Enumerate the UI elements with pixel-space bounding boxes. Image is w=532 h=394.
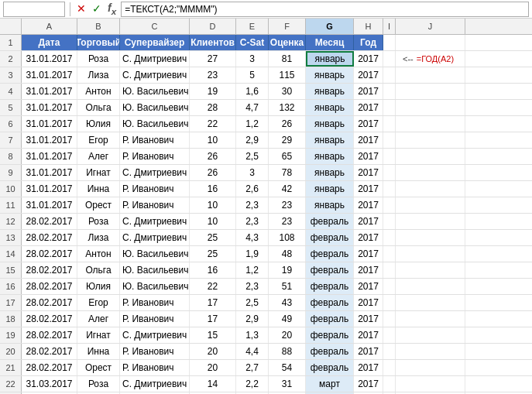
formula-input[interactable] — [121, 2, 529, 17]
cell-E22[interactable]: 2,2 — [236, 376, 269, 392]
cell-F5[interactable]: 132 — [269, 100, 306, 115]
cell-A13[interactable]: 28.02.2017 — [22, 230, 77, 245]
cell-E4[interactable]: 1,6 — [236, 84, 269, 99]
cell-G5[interactable]: январь — [306, 100, 354, 115]
cell-F14[interactable]: 48 — [269, 246, 306, 262]
cell-C15[interactable]: Ю. Васильевич — [120, 262, 190, 278]
cell-G7[interactable]: январь — [306, 132, 354, 148]
cell-B8[interactable]: Алег — [77, 149, 120, 164]
cell-I16[interactable] — [383, 279, 396, 294]
cell-H15[interactable]: 2017 — [354, 262, 383, 278]
cell-G20[interactable]: февраль — [306, 344, 354, 359]
cell-B13[interactable]: Лиза — [77, 230, 120, 245]
header-month[interactable]: Месяц — [306, 35, 354, 50]
cell-J3[interactable] — [396, 67, 465, 83]
cell-I12[interactable] — [383, 214, 396, 229]
cell-H20[interactable]: 2017 — [354, 344, 383, 359]
col-header-d[interactable]: D — [190, 19, 236, 34]
cell-G3[interactable]: январь — [306, 67, 354, 83]
cell-C6[interactable]: Ю. Васильевич — [120, 116, 190, 132]
cell-F13[interactable]: 108 — [269, 230, 306, 245]
col-header-j[interactable]: J — [396, 19, 465, 34]
cell-I20[interactable] — [383, 344, 396, 359]
cell-C14[interactable]: Ю. Васильевич — [120, 246, 190, 262]
cell-H18[interactable]: 2017 — [354, 311, 383, 327]
cell-E12[interactable]: 2,3 — [236, 214, 269, 229]
cell-C17[interactable]: Р. Иванович — [120, 295, 190, 310]
cell-H5[interactable]: 2017 — [354, 100, 383, 115]
cell-C18[interactable]: Р. Иванович — [120, 311, 190, 327]
cell-I22[interactable] — [383, 376, 396, 392]
cell-A12[interactable]: 28.02.2017 — [22, 214, 77, 229]
cell-E9[interactable]: 3 — [236, 165, 269, 180]
cell-A6[interactable]: 31.01.2017 — [22, 116, 77, 132]
cell-A16[interactable]: 28.02.2017 — [22, 279, 77, 294]
cell-H14[interactable]: 2017 — [354, 246, 383, 262]
cell-E18[interactable]: 2,9 — [236, 311, 269, 327]
cell-A7[interactable]: 31.01.2017 — [22, 132, 77, 148]
header-torgoviy[interactable]: Торговый — [77, 35, 120, 50]
cell-E20[interactable]: 4,4 — [236, 344, 269, 359]
cell-A8[interactable]: 31.01.2017 — [22, 149, 77, 164]
cell-D15[interactable]: 16 — [190, 262, 236, 278]
cell-A19[interactable]: 28.02.2017 — [22, 327, 77, 343]
cell-J2[interactable]: <--=ГОД(A2) — [396, 51, 465, 67]
cell-I11[interactable] — [383, 197, 396, 213]
cell-H22[interactable]: 2017 — [354, 376, 383, 392]
cell-G13[interactable]: февраль — [306, 230, 354, 245]
cell-E21[interactable]: 2,7 — [236, 360, 269, 375]
cell-J7[interactable] — [396, 132, 465, 148]
cell-A21[interactable]: 28.02.2017 — [22, 360, 77, 375]
cell-C20[interactable]: Р. Иванович — [120, 344, 190, 359]
cell-J12[interactable] — [396, 214, 465, 229]
cell-H4[interactable]: 2017 — [354, 84, 383, 99]
cell-J18[interactable] — [396, 311, 465, 327]
cell-D10[interactable]: 16 — [190, 181, 236, 197]
cell-G4[interactable]: январь — [306, 84, 354, 99]
cell-G10[interactable]: январь — [306, 181, 354, 197]
cell-C11[interactable]: Р. Иванович — [120, 197, 190, 213]
cell-J9[interactable] — [396, 165, 465, 180]
cell-I9[interactable] — [383, 165, 396, 180]
cell-H6[interactable]: 2017 — [354, 116, 383, 132]
cell-E19[interactable]: 1,3 — [236, 327, 269, 343]
cell-D6[interactable]: 22 — [190, 116, 236, 132]
cell-D11[interactable]: 10 — [190, 197, 236, 213]
cell-J15[interactable] — [396, 262, 465, 278]
cell-I8[interactable] — [383, 149, 396, 164]
cell-C13[interactable]: С. Дмитриевич — [120, 230, 190, 245]
cell-H2[interactable]: 2017 — [354, 51, 383, 67]
cell-H3[interactable]: 2017 — [354, 67, 383, 83]
cell-F16[interactable]: 51 — [269, 279, 306, 294]
cell-D14[interactable]: 25 — [190, 246, 236, 262]
cell-C2[interactable]: С. Дмитриевич — [120, 51, 190, 67]
cell-G6[interactable]: январь — [306, 116, 354, 132]
cell-B11[interactable]: Орест — [77, 197, 120, 213]
cell-A20[interactable]: 28.02.2017 — [22, 344, 77, 359]
cell-G17[interactable]: февраль — [306, 295, 354, 310]
cell-E13[interactable]: 4,3 — [236, 230, 269, 245]
cell-C10[interactable]: Р. Иванович — [120, 181, 190, 197]
cell-B3[interactable]: Лиза — [77, 67, 120, 83]
confirm-icon[interactable]: ✓ — [91, 2, 103, 15]
col-header-c[interactable]: C — [120, 19, 190, 34]
cell-B21[interactable]: Орест — [77, 360, 120, 375]
cell-E8[interactable]: 2,5 — [236, 149, 269, 164]
col-header-e[interactable]: E — [236, 19, 269, 34]
cell-H12[interactable]: 2017 — [354, 214, 383, 229]
cell-H8[interactable]: 2017 — [354, 149, 383, 164]
cell-F9[interactable]: 78 — [269, 165, 306, 180]
cell-G12[interactable]: февраль — [306, 214, 354, 229]
cell-E6[interactable]: 1,2 — [236, 116, 269, 132]
cell-F19[interactable]: 20 — [269, 327, 306, 343]
cell-D2[interactable]: 27 — [190, 51, 236, 67]
cell-D3[interactable]: 23 — [190, 67, 236, 83]
cell-C16[interactable]: Ю. Васильевич — [120, 279, 190, 294]
cell-C7[interactable]: Р. Иванович — [120, 132, 190, 148]
cell-F3[interactable]: 115 — [269, 67, 306, 83]
cell-B20[interactable]: Инна — [77, 344, 120, 359]
cell-C3[interactable]: С. Дмитриевич — [120, 67, 190, 83]
cell-G15[interactable]: февраль — [306, 262, 354, 278]
cell-B9[interactable]: Игнат — [77, 165, 120, 180]
cell-I18[interactable] — [383, 311, 396, 327]
